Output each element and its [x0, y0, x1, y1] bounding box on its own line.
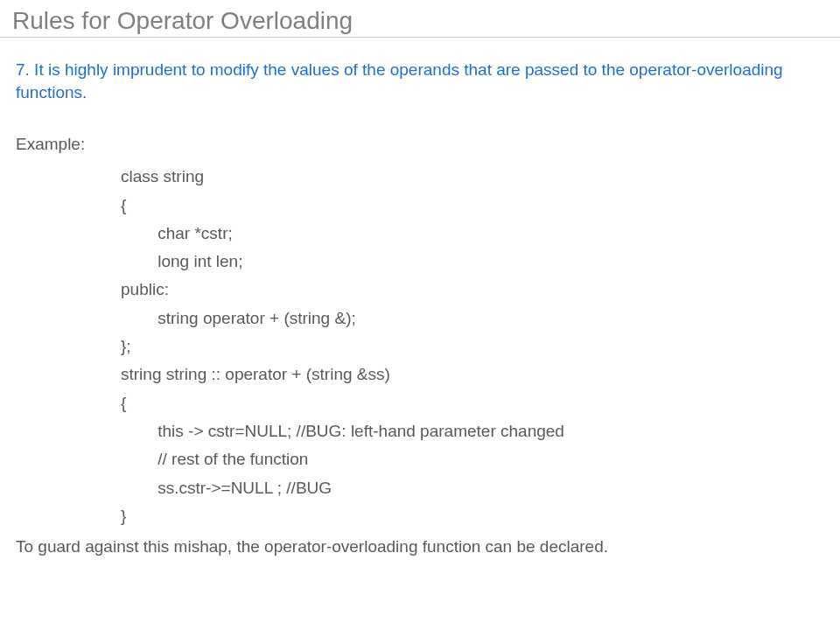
rule-statement: 7. It is highly imprudent to modify the … [16, 59, 824, 103]
page-title: Rules for Operator Overloading [0, 0, 840, 38]
code-example: class string { char *cstr; long int len;… [121, 163, 824, 530]
content-area: 7. It is highly imprudent to modify the … [0, 59, 840, 556]
example-label: Example: [16, 135, 824, 154]
footer-note: To guard against this mishap, the operat… [16, 537, 824, 556]
